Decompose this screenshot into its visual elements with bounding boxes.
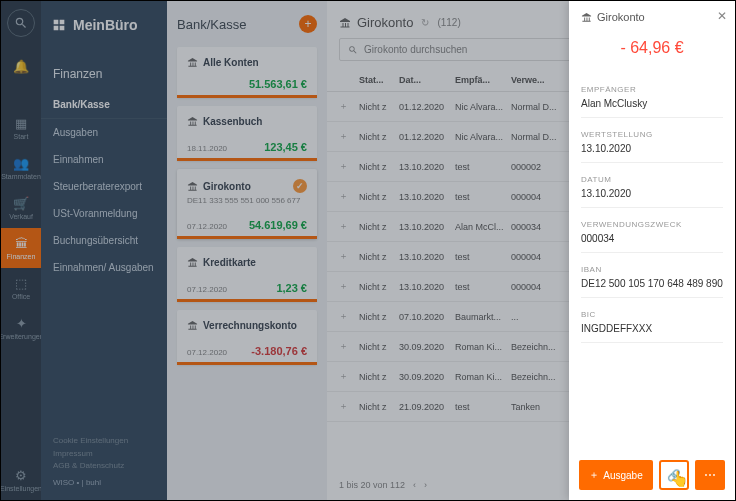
rail-verkauf[interactable]: 🛒Verkauf [1,188,41,228]
rail-einstellungen[interactable]: ⚙Einstellungen [1,460,41,500]
rail-office[interactable]: ⬚Office [1,268,41,308]
rail-start[interactable]: ▦Start [1,108,41,148]
search-input[interactable]: Girokonto durchsuchen [339,38,586,61]
rail-notifications[interactable]: 🔔 [1,51,41,84]
account-card[interactable]: Girokonto✓DE11 333 555 551 000 556 67707… [177,169,317,239]
field-label: BIC [581,310,723,319]
field-value: 13.10.2020 [581,188,723,199]
nav-item[interactable]: USt-Voranmeldung [41,200,167,227]
field-value: 13.10.2020 [581,143,723,154]
rail-stammdaten[interactable]: 👥Stammdaten [1,148,41,188]
nav-item[interactable]: Bank/Kasse [41,91,167,119]
detail-panel: ✕ Girokonto - 64,96 € EMPFÄNGERAlan McCl… [569,1,735,500]
field-label: VERWENDUNGSZWECK [581,220,723,229]
link-button[interactable]: 🔗 [659,460,689,490]
account-card[interactable]: Kassenbuch18.11.2020123,45 € [177,106,317,161]
field-label: DATUM [581,175,723,184]
nav-item[interactable]: Buchungsübersicht [41,227,167,254]
brand: MeinBüro [41,11,167,39]
check-icon: ✓ [293,179,307,193]
field-value: 000034 [581,233,723,244]
more-button[interactable]: ⋯ [695,460,725,490]
field-label: IBAN [581,265,723,274]
add-account-button[interactable]: + [299,15,317,33]
account-card[interactable]: Alle Konten51.563,61 € [177,47,317,98]
rail-finanzen[interactable]: 🏛Finanzen [1,228,41,268]
account-card[interactable]: Kreditkarte07.12.20201,23 € [177,247,317,302]
nav-item[interactable]: Einnahmen [41,146,167,173]
field-value: DE12 500 105 170 648 489 890 [581,278,723,289]
accounts-title: Bank/Kasse [177,17,246,32]
nav-item[interactable]: Ausgaben [41,119,167,146]
account-card[interactable]: Verrechnungskonto07.12.2020-3.180,76 € [177,310,317,365]
nav-item[interactable]: Einnahmen/ Ausgaben [41,254,167,281]
field-label: WERTSTELLUNG [581,130,723,139]
global-search[interactable] [7,9,35,37]
field-value: INGDDEFFXXX [581,323,723,334]
footer-links: Cookie Einstellungen Impressum AGB & Dat… [41,427,167,500]
rail-erweiterungen[interactable]: ✦Erweiterungen [1,308,41,348]
nav-item[interactable]: Steuerberaterexport [41,173,167,200]
field-label: EMPFÄNGER [581,85,723,94]
ausgabe-button[interactable]: ＋ Ausgabe [579,460,653,490]
detail-amount: - 64,96 € [569,29,735,73]
field-value: Alan McClusky [581,98,723,109]
section-title: Finanzen [41,39,167,91]
refresh-icon[interactable]: ↻ [421,17,429,28]
close-icon[interactable]: ✕ [717,9,727,23]
